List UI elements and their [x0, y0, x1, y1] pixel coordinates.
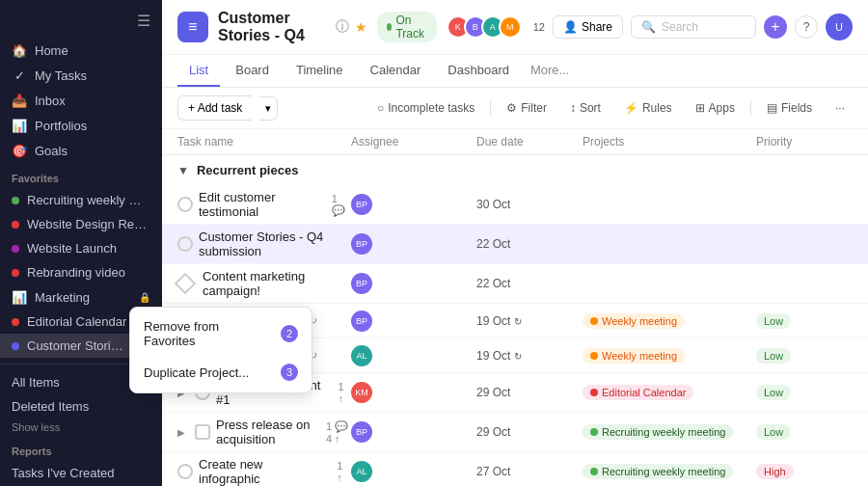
sidebar-item-portfolios[interactable]: 📊 Portfolios [0, 113, 162, 138]
incomplete-tasks-button[interactable]: ○ Incomplete tasks [369, 97, 482, 119]
rules-icon: ⚡ [624, 101, 638, 115]
apps-button[interactable]: ⊞ Apps [688, 97, 743, 119]
sidebar-item-website-launch[interactable]: Website Launch [0, 236, 162, 260]
due-date: 30 Oct [476, 198, 583, 211]
assignee-avatar: BP [351, 233, 372, 255]
tab-calendar[interactable]: Calendar [359, 55, 433, 87]
my-tasks-label: My Tasks [35, 68, 87, 83]
due-date: 22 Oct [476, 237, 583, 251]
sidebar-item-deleted[interactable]: Deleted Items [0, 394, 162, 418]
tab-timeline[interactable]: Timeline [285, 55, 355, 87]
table-row[interactable]: Create new infographic 1 ↑ AL 27 Oct Rec… [162, 452, 868, 486]
info-icon[interactable]: ⓘ [336, 18, 349, 36]
main-area: ≡ Customer Stories - Q4 ⓘ ★ On Track K B… [162, 0, 868, 486]
assignee-avatar: KM [351, 382, 372, 403]
website-launch-dot [12, 245, 19, 253]
due-date: 29 Oct [476, 425, 583, 439]
task-name: Content marketing campaign! [203, 269, 351, 298]
context-menu-duplicate[interactable]: Duplicate Project... 3 [130, 356, 312, 389]
sort-icon: ↕ [570, 101, 576, 115]
hamburger-icon[interactable]: ☰ [137, 12, 150, 30]
assignee-avatar: BP [351, 194, 372, 215]
tab-board[interactable]: Board [224, 55, 281, 87]
priority-cell: High [756, 464, 853, 479]
priority-low: Low [756, 348, 791, 364]
toolbar-right: ○ Incomplete tasks ⚙ Filter ↕ Sort ⚡ Rul… [369, 97, 853, 119]
help-button[interactable]: ? [795, 15, 818, 39]
task-check[interactable] [177, 236, 193, 252]
sidebar-nav: 🏠 Home ✓ My Tasks 📥 Inbox 📊 Portfolios 🎯… [0, 38, 162, 478]
assignee-cell: BP [351, 273, 476, 294]
marketing-icon: 📊 [12, 289, 27, 305]
project-tag: Editorial Calendar [583, 385, 693, 400]
customer-stories-label: Customer Stories - Q4 [27, 338, 127, 353]
recruiting-dot [12, 197, 19, 204]
rules-button[interactable]: ⚡ Rules [616, 97, 680, 119]
website-launch-label: Website Launch [27, 241, 117, 256]
priority-cell: Low [756, 313, 853, 329]
sort-button[interactable]: ↕ Sort [562, 97, 609, 119]
col-task-name: Task name [177, 135, 351, 148]
user-avatar[interactable]: U [826, 14, 853, 40]
section-recurrent[interactable]: ▼ Recurrent pieces [162, 155, 868, 185]
fields-button[interactable]: ▤ Fields [759, 97, 820, 119]
task-check[interactable] [177, 464, 193, 479]
diamond-check[interactable] [175, 273, 197, 295]
task-name-cell: Edit customer testimonial 1 💬 [177, 190, 351, 219]
sidebar-item-my-tasks[interactable]: ✓ My Tasks [0, 63, 162, 88]
col-priority: Priority [756, 135, 853, 148]
table-row[interactable]: Content marketing campaign! BP 22 Oct [162, 264, 868, 304]
sidebar-item-website-design[interactable]: Website Design Reque... [0, 212, 162, 236]
star-icon[interactable]: ★ [355, 19, 367, 35]
add-task-button[interactable]: + Add task [177, 95, 252, 121]
website-design-label: Website Design Reque... [27, 217, 150, 231]
search-placeholder: Search [662, 20, 698, 34]
avatars: K B A M [447, 15, 522, 39]
col-assignee: Assignee [351, 135, 476, 148]
remove-favorites-label: Remove from Favorites [144, 319, 271, 348]
priority-cell: Low [756, 348, 853, 364]
assignee-cell: AL [351, 461, 476, 482]
website-design-dot [12, 221, 19, 229]
sidebar: ☰ 🏠 Home ✓ My Tasks 📥 Inbox 📊 Portfolios… [0, 0, 162, 486]
priority-cell: Low [756, 424, 853, 440]
share-button[interactable]: 👤 Share [553, 15, 623, 39]
context-menu-remove-favorites[interactable]: Remove from Favorites 2 [130, 311, 312, 356]
task-check[interactable] [177, 197, 193, 212]
task-name: Press release on acquisition [216, 418, 316, 446]
table-row[interactable]: ▶ Press release on acquisition 1 💬 4 ↑ B… [162, 413, 868, 452]
sidebar-item-rebranding[interactable]: Rebranding video [0, 260, 162, 284]
tab-list[interactable]: List [177, 55, 220, 87]
add-button[interactable]: + [764, 15, 787, 39]
show-less[interactable]: Show less [0, 418, 162, 436]
table-row[interactable]: Edit customer testimonial 1 💬 BP 30 Oct [162, 185, 868, 225]
context-badge-2: 2 [281, 325, 298, 342]
sidebar-item-home[interactable]: 🏠 Home [0, 38, 162, 63]
projects-cell: Weekly meeting [583, 348, 756, 364]
assignee-avatar: BP [351, 421, 372, 443]
projects-cell: Recruiting weekly meeting [583, 464, 756, 479]
sidebar-item-goals[interactable]: 🎯 Goals [0, 138, 162, 163]
more-options-button[interactable]: ··· [827, 97, 853, 119]
tab-dashboard[interactable]: Dashboard [436, 55, 521, 87]
tab-more[interactable]: More... [525, 55, 575, 87]
table-row[interactable]: Customer Stories - Q4 submission BP 22 O… [162, 225, 868, 264]
expand-arrow[interactable]: ▶ [177, 427, 185, 438]
avatar-count: 12 [533, 21, 545, 33]
filter-button[interactable]: ⚙ Filter [499, 97, 555, 119]
avatar-4: M [499, 15, 522, 39]
due-date: 29 Oct [476, 386, 583, 399]
task-comment: 1 ↑ [337, 460, 351, 483]
sidebar-item-inbox[interactable]: 📥 Inbox [0, 88, 162, 113]
sidebar-item-tasks-created[interactable]: Tasks I've Created [0, 461, 162, 478]
assignee-cell: AL [351, 345, 476, 366]
task-name: Customer Stories - Q4 submission [199, 230, 351, 258]
project-tag: Weekly meeting [583, 348, 685, 364]
check-icon: ✓ [12, 68, 27, 83]
add-task-caret[interactable]: ▾ [259, 96, 278, 121]
assignee-cell: BP [351, 194, 476, 215]
task-comment: 1 ↑ [338, 381, 351, 404]
search-box[interactable]: 🔍 Search [631, 15, 756, 39]
apps-icon: ⊞ [695, 101, 705, 115]
sidebar-item-recruiting[interactable]: Recruiting weekly meet... [0, 188, 162, 212]
